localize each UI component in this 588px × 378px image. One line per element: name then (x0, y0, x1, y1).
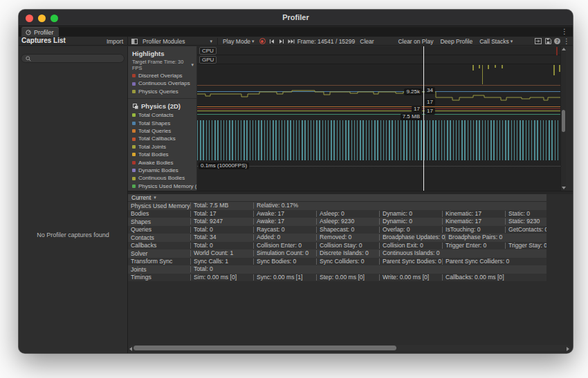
detail-row-contacts[interactable]: ContactsTotal: 34Added: 0Removed: 0Broad… (128, 234, 546, 242)
module-header[interactable]: Highlights (128, 48, 196, 59)
detail-row-shapes[interactable]: ShapesTotal: 9247Awake: 17Asleep: 9230Dy… (128, 218, 546, 226)
legend-color-swatch (132, 122, 136, 125)
legend-color-swatch (132, 145, 136, 149)
horizontal-scrollbar[interactable] (129, 345, 570, 351)
scroll-left-icon[interactable] (129, 347, 132, 351)
detail-cell: IsTouching: 0 (442, 227, 505, 233)
module-header[interactable]: Physics (2D) (128, 100, 196, 111)
chart-spike (495, 65, 496, 68)
detail-cell: Parent Sync Bodies: 0 (379, 258, 442, 265)
detail-cell: Sim: 0.00 ms [0] (190, 274, 253, 281)
tab-bar: Profiler ⋮ (19, 27, 573, 37)
legend-item-label: Total Joints (138, 144, 166, 150)
captures-search-box[interactable] (21, 54, 125, 63)
tab-profiler[interactable]: Profiler (21, 27, 59, 37)
detail-cell: Discrete Islands: 0 (316, 250, 379, 256)
scroll-right-icon[interactable] (567, 347, 569, 351)
detail-row-label: Joints (128, 266, 190, 273)
detail-row-physics-used-memory[interactable]: Physics Used MemoryTotal: 7.5 MBRelative… (128, 202, 546, 210)
detail-cell: Shapecast: 0 (316, 227, 379, 233)
profiler-icon (25, 29, 32, 36)
detail-cell: GetContacts: 0 (505, 227, 546, 233)
tabbar-menu-icon[interactable]: ⋮ (561, 28, 568, 36)
previous-frame-icon[interactable] (268, 38, 275, 45)
current-frame-icon[interactable] (288, 38, 295, 45)
detail-row-joints[interactable]: JointsTotal: 0 (128, 265, 546, 274)
detail-cell: Total: 0 (190, 243, 253, 249)
legend-item[interactable]: Total Queries (128, 127, 196, 135)
next-frame-icon[interactable] (278, 38, 285, 45)
legend-item[interactable]: Dynamic Bodies (128, 167, 196, 174)
legend-item[interactable]: Total Contacts (128, 111, 196, 119)
legend-color-swatch (132, 129, 136, 133)
clear-on-play-toggle[interactable]: Clear on Play (396, 37, 435, 46)
legend-item[interactable]: Physics Used Memory (2D) (128, 182, 196, 190)
vertical-scroll-thumb[interactable] (562, 110, 565, 132)
marker-bodies: 17 (412, 106, 422, 113)
chart-area[interactable]: CPU GPU (197, 46, 560, 191)
legend-color-swatch (132, 169, 136, 172)
import-button[interactable]: Import (107, 38, 123, 45)
legend-item-label: Total Shapes (138, 120, 170, 126)
detail-row-solver[interactable]: SolverWorld Count: 1Simulation Count: 0D… (128, 249, 546, 258)
legend-item[interactable]: Physics Queries (128, 88, 196, 95)
legend-item[interactable]: Continuous Bodies (128, 174, 196, 182)
physics-2d-chart (197, 85, 560, 160)
gpu-chart-row (197, 55, 560, 64)
legend-item[interactable]: Total Joints (128, 143, 196, 151)
record-button[interactable] (259, 38, 266, 44)
captures-list-title: Captures List (21, 37, 66, 44)
detail-row-queries[interactable]: QueriesTotal: 0Raycast: 0Shapecast: 0Ove… (128, 226, 546, 234)
detail-cell: Collision Exit: 0 (379, 243, 442, 249)
call-stacks-dropdown[interactable]: Call Stacks▾ (477, 37, 515, 46)
target-frame-time-dropdown[interactable]: Target Frame Time: 30 FPS▾ (128, 59, 196, 72)
detail-row-callbacks[interactable]: CallbacksTotal: 0Collision Enter: 0Colli… (128, 242, 546, 250)
help-icon[interactable]: ? (554, 38, 560, 44)
play-mode-dropdown[interactable]: Play Mode▾ (221, 37, 257, 46)
profiler-modules-dropdown[interactable]: Profiler Modules▾ (140, 37, 214, 46)
scroll-down-icon[interactable] (562, 187, 566, 189)
horizontal-scroll-thumb[interactable] (134, 346, 396, 350)
chevron-down-icon: ▾ (252, 39, 255, 44)
legend-item[interactable]: Awake Bodies (128, 159, 196, 167)
frame-playhead[interactable] (423, 46, 424, 191)
detail-cell: Write: 0.00 ms [0] (379, 274, 442, 281)
legend-item[interactable]: Total Bodies (128, 151, 196, 158)
chart-spike (502, 65, 503, 68)
legend-item[interactable]: Continuous Overlaps (128, 79, 196, 87)
detail-row-transform-sync[interactable]: Transform SyncSync Calls: 1Sync Bodies: … (128, 258, 546, 266)
load-profile-icon[interactable] (535, 38, 542, 45)
scroll-up-icon[interactable] (562, 48, 566, 50)
search-input[interactable] (33, 55, 120, 62)
legend-item[interactable]: Total Callbacks (128, 135, 196, 142)
detail-cell: Trigger Enter: 0 (442, 243, 505, 249)
clear-button[interactable]: Clear (358, 37, 376, 46)
deep-profile-toggle[interactable]: Deep Profile (438, 37, 475, 46)
detail-cell: Raycast: 0 (253, 227, 316, 233)
ui-threshold-label: 0.1ms (10000FPS) (199, 162, 249, 169)
detail-cell: Added: 0 (253, 234, 316, 240)
marker-memory: 7.5 MB (401, 113, 422, 120)
panel-toggle-icon[interactable] (131, 38, 138, 45)
chart-vertical-scrollbar[interactable] (560, 46, 566, 191)
detail-row-timings[interactable]: TimingsSim: 0.00 ms [0]Sync: 0.00 ms [1]… (128, 274, 546, 282)
detail-cell: Collision Enter: 0 (253, 243, 316, 249)
detail-cell: World Count: 1 (190, 250, 253, 256)
profiler-window: Profiler Profiler ⋮ Captures List Import… (19, 10, 573, 353)
body-area: No Profiler captures found HighlightsTar… (19, 46, 573, 353)
detail-row-bodies[interactable]: BodiesTotal: 17Awake: 17Asleep: 0Dynamic… (128, 210, 546, 218)
physics-2d-icon (132, 103, 139, 110)
chart-spike (488, 65, 489, 69)
detail-cell: Sync: 0.00 ms [1] (253, 274, 316, 281)
detail-cell: Asleep: 9230 (316, 218, 379, 225)
details-mode-dropdown[interactable]: Current▾ (128, 194, 546, 202)
save-profile-icon[interactable] (544, 38, 551, 45)
profiler-toolbar: Profiler Modules▾ Play Mode▾ Frame: 1454… (128, 37, 573, 46)
legend-item[interactable]: Total Shapes (128, 120, 196, 127)
legend-item[interactable]: Discreet Overlaps (128, 72, 196, 79)
detail-cell: Removed: 0 (316, 234, 379, 240)
detail-cell: Kinematic: 17 (442, 218, 505, 225)
legend-item-label: Total Bodies (138, 151, 169, 158)
detail-cell: Broadphase Updates: 0 (379, 234, 445, 240)
toolbar-menu-icon[interactable]: ⋮ (563, 37, 570, 45)
